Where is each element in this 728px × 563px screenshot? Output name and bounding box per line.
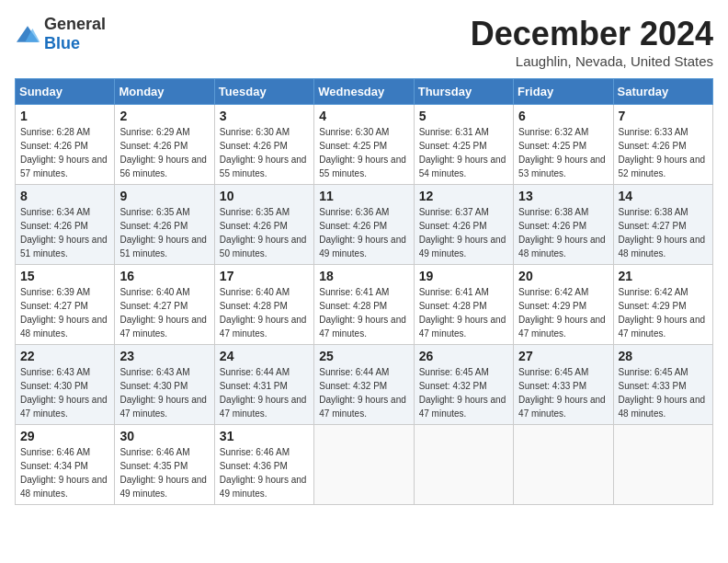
calendar-cell: [314, 425, 414, 505]
calendar-cell: 6Sunrise: 6:32 AMSunset: 4:25 PMDaylight…: [514, 105, 613, 185]
day-number: 31: [220, 429, 309, 443]
day-info: Sunrise: 6:46 AMSunset: 4:36 PMDaylight:…: [220, 445, 309, 500]
day-number: 14: [619, 189, 708, 203]
day-number: 8: [20, 189, 109, 203]
calendar-cell: 13Sunrise: 6:38 AMSunset: 4:26 PMDayligh…: [514, 185, 613, 265]
day-header-wednesday: Wednesday: [314, 79, 414, 105]
day-info: Sunrise: 6:34 AMSunset: 4:26 PMDaylight:…: [20, 205, 109, 260]
day-info: Sunrise: 6:35 AMSunset: 4:26 PMDaylight:…: [220, 205, 309, 260]
day-number: 16: [119, 269, 209, 283]
calendar-cell: [613, 425, 712, 505]
calendar-cell: 12Sunrise: 6:37 AMSunset: 4:26 PMDayligh…: [414, 185, 513, 265]
calendar-cell: 21Sunrise: 6:42 AMSunset: 4:29 PMDayligh…: [613, 265, 712, 345]
day-info: Sunrise: 6:43 AMSunset: 4:30 PMDaylight:…: [119, 365, 209, 420]
logo-icon: [15, 25, 40, 43]
day-header-monday: Monday: [115, 79, 214, 105]
day-header-saturday: Saturday: [613, 79, 712, 105]
calendar-cell: 18Sunrise: 6:41 AMSunset: 4:28 PMDayligh…: [314, 265, 414, 345]
calendar-cell: 27Sunrise: 6:45 AMSunset: 4:33 PMDayligh…: [514, 345, 613, 425]
day-info: Sunrise: 6:30 AMSunset: 4:25 PMDaylight:…: [319, 125, 408, 180]
day-info: Sunrise: 6:29 AMSunset: 4:26 PMDaylight:…: [119, 125, 209, 180]
day-info: Sunrise: 6:40 AMSunset: 4:27 PMDaylight:…: [119, 285, 209, 340]
calendar-cell: 4Sunrise: 6:30 AMSunset: 4:25 PMDaylight…: [314, 105, 414, 185]
calendar-cell: 14Sunrise: 6:38 AMSunset: 4:27 PMDayligh…: [613, 185, 712, 265]
day-header-friday: Friday: [514, 79, 613, 105]
calendar-cell: 2Sunrise: 6:29 AMSunset: 4:26 PMDaylight…: [115, 105, 214, 185]
calendar-cell: 15Sunrise: 6:39 AMSunset: 4:27 PMDayligh…: [16, 265, 115, 345]
day-header-thursday: Thursday: [414, 79, 513, 105]
calendar-cell: 29Sunrise: 6:46 AMSunset: 4:34 PMDayligh…: [16, 425, 115, 505]
logo-general-text: General: [44, 15, 106, 33]
day-number: 3: [220, 109, 309, 123]
day-number: 2: [119, 109, 209, 123]
day-info: Sunrise: 6:45 AMSunset: 4:32 PMDaylight:…: [419, 365, 508, 420]
calendar-cell: 16Sunrise: 6:40 AMSunset: 4:27 PMDayligh…: [115, 265, 214, 345]
calendar-cell: 11Sunrise: 6:36 AMSunset: 4:26 PMDayligh…: [314, 185, 414, 265]
calendar-cell: 20Sunrise: 6:42 AMSunset: 4:29 PMDayligh…: [514, 265, 613, 345]
day-info: Sunrise: 6:40 AMSunset: 4:28 PMDaylight:…: [220, 285, 309, 340]
calendar-week-row: 1Sunrise: 6:28 AMSunset: 4:26 PMDaylight…: [16, 105, 713, 185]
calendar-cell: 24Sunrise: 6:44 AMSunset: 4:31 PMDayligh…: [214, 345, 313, 425]
calendar-cell: [414, 425, 513, 505]
day-info: Sunrise: 6:28 AMSunset: 4:26 PMDaylight:…: [20, 125, 109, 180]
day-info: Sunrise: 6:32 AMSunset: 4:25 PMDaylight:…: [518, 125, 608, 180]
logo: General Blue: [15, 15, 106, 53]
calendar-cell: 8Sunrise: 6:34 AMSunset: 4:26 PMDaylight…: [16, 185, 115, 265]
calendar-cell: 9Sunrise: 6:35 AMSunset: 4:26 PMDaylight…: [115, 185, 214, 265]
day-info: Sunrise: 6:44 AMSunset: 4:32 PMDaylight:…: [319, 365, 408, 420]
day-info: Sunrise: 6:38 AMSunset: 4:27 PMDaylight:…: [619, 205, 708, 260]
day-info: Sunrise: 6:38 AMSunset: 4:26 PMDaylight:…: [518, 205, 608, 260]
day-info: Sunrise: 6:30 AMSunset: 4:26 PMDaylight:…: [220, 125, 309, 180]
day-number: 4: [319, 109, 408, 123]
day-number: 29: [20, 429, 109, 443]
day-number: 24: [220, 349, 309, 363]
day-number: 9: [119, 189, 209, 203]
day-info: Sunrise: 6:43 AMSunset: 4:30 PMDaylight:…: [20, 365, 109, 420]
calendar-cell: 7Sunrise: 6:33 AMSunset: 4:26 PMDaylight…: [613, 105, 712, 185]
day-info: Sunrise: 6:33 AMSunset: 4:26 PMDaylight:…: [619, 125, 708, 180]
day-info: Sunrise: 6:36 AMSunset: 4:26 PMDaylight:…: [319, 205, 408, 260]
day-number: 27: [518, 349, 608, 363]
day-number: 6: [518, 109, 608, 123]
day-info: Sunrise: 6:45 AMSunset: 4:33 PMDaylight:…: [619, 365, 708, 420]
calendar-cell: 28Sunrise: 6:45 AMSunset: 4:33 PMDayligh…: [613, 345, 712, 425]
month-title: December 2024: [471, 15, 713, 53]
day-info: Sunrise: 6:46 AMSunset: 4:35 PMDaylight:…: [119, 445, 209, 500]
day-info: Sunrise: 6:45 AMSunset: 4:33 PMDaylight:…: [518, 365, 608, 420]
day-number: 19: [419, 269, 508, 283]
calendar-table: SundayMondayTuesdayWednesdayThursdayFrid…: [15, 78, 713, 505]
logo-blue-text: Blue: [44, 34, 80, 52]
day-number: 21: [619, 269, 708, 283]
calendar-week-row: 29Sunrise: 6:46 AMSunset: 4:34 PMDayligh…: [16, 425, 713, 505]
day-info: Sunrise: 6:46 AMSunset: 4:34 PMDaylight:…: [20, 445, 109, 500]
day-number: 30: [119, 429, 209, 443]
day-info: Sunrise: 6:42 AMSunset: 4:29 PMDaylight:…: [518, 285, 608, 340]
day-number: 22: [20, 349, 109, 363]
calendar-cell: 10Sunrise: 6:35 AMSunset: 4:26 PMDayligh…: [214, 185, 313, 265]
day-header-tuesday: Tuesday: [214, 79, 313, 105]
location-title: Laughlin, Nevada, United States: [471, 53, 713, 69]
calendar-week-row: 8Sunrise: 6:34 AMSunset: 4:26 PMDaylight…: [16, 185, 713, 265]
calendar-header-row: SundayMondayTuesdayWednesdayThursdayFrid…: [16, 79, 713, 105]
day-number: 23: [119, 349, 209, 363]
day-info: Sunrise: 6:44 AMSunset: 4:31 PMDaylight:…: [220, 365, 309, 420]
day-number: 13: [518, 189, 608, 203]
calendar-body: 1Sunrise: 6:28 AMSunset: 4:26 PMDaylight…: [16, 105, 713, 505]
day-number: 17: [220, 269, 309, 283]
day-number: 12: [419, 189, 508, 203]
day-header-sunday: Sunday: [16, 79, 115, 105]
calendar-cell: 26Sunrise: 6:45 AMSunset: 4:32 PMDayligh…: [414, 345, 513, 425]
day-number: 7: [619, 109, 708, 123]
day-info: Sunrise: 6:35 AMSunset: 4:26 PMDaylight:…: [119, 205, 209, 260]
day-number: 1: [20, 109, 109, 123]
calendar-cell: 5Sunrise: 6:31 AMSunset: 4:25 PMDaylight…: [414, 105, 513, 185]
calendar-cell: 25Sunrise: 6:44 AMSunset: 4:32 PMDayligh…: [314, 345, 414, 425]
calendar-cell: 31Sunrise: 6:46 AMSunset: 4:36 PMDayligh…: [214, 425, 313, 505]
calendar-cell: 17Sunrise: 6:40 AMSunset: 4:28 PMDayligh…: [214, 265, 313, 345]
day-info: Sunrise: 6:42 AMSunset: 4:29 PMDaylight:…: [619, 285, 708, 340]
day-number: 18: [319, 269, 408, 283]
day-number: 5: [419, 109, 508, 123]
calendar-cell: 3Sunrise: 6:30 AMSunset: 4:26 PMDaylight…: [214, 105, 313, 185]
calendar-cell: 22Sunrise: 6:43 AMSunset: 4:30 PMDayligh…: [16, 345, 115, 425]
calendar-cell: [514, 425, 613, 505]
